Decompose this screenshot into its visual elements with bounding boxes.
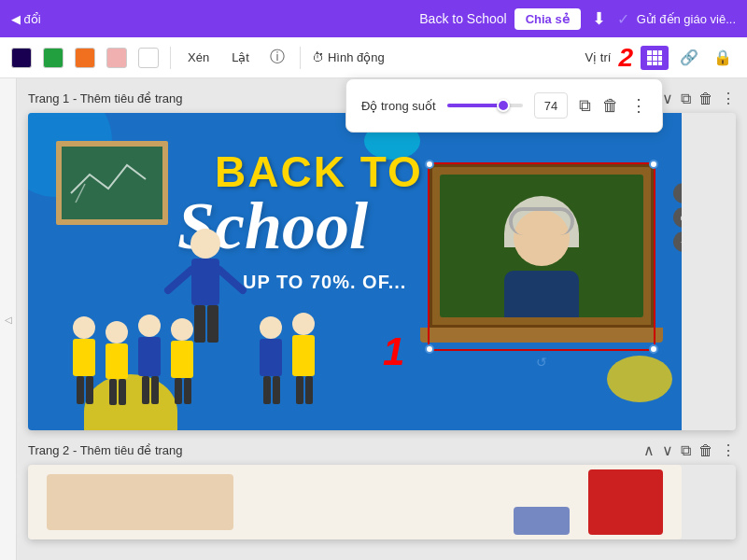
opacity-popup: Độ trong suốt 74 ⧉ 🗑 ⋮ (345, 78, 663, 133)
opacity-delete-button[interactable]: 🗑 (602, 96, 619, 116)
color-swatch-white[interactable] (138, 48, 159, 68)
page-2-actions: ∧ ∨ ⧉ 🗑 ⋮ (643, 441, 736, 459)
svg-rect-39 (305, 376, 313, 404)
svg-point-10 (190, 229, 220, 259)
svg-rect-5 (658, 56, 662, 61)
page-2-delete-button[interactable]: 🗑 (698, 441, 713, 459)
page2-red-element (588, 469, 663, 535)
svg-rect-18 (77, 376, 84, 404)
separator2 (300, 47, 301, 69)
main-area: ◁ Trang 1 - Thêm tiêu đề trang ∧ ∨ ⧉ 🗑 ⋮ (0, 78, 747, 560)
opacity-slider[interactable] (447, 96, 523, 115)
svg-rect-31 (184, 378, 191, 404)
page-2-canvas-wrap[interactable] (28, 465, 736, 539)
svg-rect-0 (647, 50, 652, 55)
handle-tl[interactable] (425, 160, 434, 169)
svg-point-24 (138, 315, 161, 337)
svg-rect-27 (151, 376, 159, 404)
share-button[interactable]: Chia sẻ (514, 8, 581, 30)
link-button[interactable]: 🔗 (676, 47, 702, 68)
svg-rect-7 (653, 62, 657, 65)
page-1-down-button[interactable]: ∨ (662, 90, 673, 107)
rotate-handle[interactable]: ↺ (536, 355, 547, 370)
side-action-2[interactable]: ⊕ (673, 207, 682, 228)
toolbar: Xén Lật ⓘ ⏱ Hình động Vị trí 2 🔗 🔒 (0, 37, 747, 78)
page-1-canvas-wrap[interactable]: BACK TO School UP TO 70%. OF... 3 (28, 113, 736, 430)
color-swatch-green[interactable] (43, 48, 63, 68)
info-button[interactable]: ⓘ (266, 46, 289, 69)
page-1-more-button[interactable]: ⋮ (721, 90, 736, 107)
opacity-more-button[interactable]: ⋮ (630, 95, 647, 116)
download-button[interactable]: ⬇ (588, 5, 610, 33)
lock-button[interactable]: 🔒 (710, 47, 736, 68)
check-icon: ✓ (617, 10, 629, 28)
lat-button[interactable]: Lật (226, 49, 255, 66)
people-svg (47, 216, 364, 412)
handle-tr[interactable] (649, 160, 658, 169)
page2-blue-element (514, 507, 570, 535)
handle-bl[interactable] (425, 344, 434, 354)
grid-button[interactable] (641, 46, 669, 70)
page-1-copy-button[interactable]: ⧉ (681, 90, 691, 107)
color-swatch-pink[interactable] (106, 48, 127, 68)
handle-br[interactable] (649, 344, 658, 354)
svg-rect-34 (263, 376, 271, 404)
animation-button[interactable]: ⏱ Hình động (312, 50, 385, 64)
svg-rect-4 (653, 56, 657, 61)
svg-line-13 (219, 270, 243, 290)
svg-rect-11 (191, 259, 219, 305)
page-1-item: Trang 1 - Thêm tiêu đề trang ∧ ∨ ⧉ 🗑 ⋮ (28, 90, 736, 430)
side-action-1[interactable]: ↑ (673, 183, 682, 203)
selection-border: ↺ (428, 162, 655, 351)
opacity-track (447, 104, 523, 107)
svg-rect-8 (658, 62, 662, 65)
hinh-dong-label: Hình động (328, 50, 385, 64)
page-2-up-button[interactable]: ∧ (643, 441, 655, 459)
send-to-teacher-button[interactable]: Gửi đến giáo viê... (637, 12, 736, 26)
svg-rect-2 (658, 50, 662, 55)
svg-rect-30 (175, 378, 182, 404)
people-illustration (47, 206, 364, 412)
project-title: Back to School (419, 11, 506, 26)
separator (170, 47, 171, 69)
opacity-value[interactable]: 74 (534, 92, 568, 119)
opacity-copy-button[interactable]: ⧉ (579, 96, 591, 116)
back-button[interactable]: ◀ đổi (11, 12, 41, 26)
svg-rect-38 (296, 376, 303, 404)
left-sidebar-handle[interactable]: ◁ (0, 78, 17, 560)
opacity-thumb[interactable] (497, 99, 510, 112)
page-2-header: Trang 2 - Thêm tiêu đề trang ∧ ∨ ⧉ 🗑 ⋮ (28, 441, 736, 459)
color-swatch-dark[interactable] (11, 48, 32, 68)
svg-rect-33 (260, 339, 282, 376)
svg-rect-19 (86, 376, 93, 404)
opacity-fill (447, 104, 503, 107)
svg-point-36 (292, 313, 315, 335)
page-1-delete-button[interactable]: 🗑 (698, 90, 713, 107)
vi-tri-label: Vị trí (585, 50, 612, 64)
svg-rect-15 (207, 305, 218, 343)
side-action-3[interactable]: ✦ (673, 231, 682, 252)
svg-line-12 (168, 270, 191, 290)
svg-rect-3 (647, 56, 652, 61)
page-2-down-button[interactable]: ∨ (662, 441, 673, 459)
svg-rect-29 (171, 341, 193, 378)
side-action-buttons: ↑ ⊕ ✦ (673, 183, 682, 252)
page-2-title: Trang 2 - Thêm tiêu đề trang (28, 443, 643, 457)
page-2-canvas[interactable] (28, 465, 682, 539)
page-2-item: Trang 2 - Thêm tiêu đề trang ∧ ∨ ⧉ 🗑 ⋮ (28, 441, 736, 539)
page-1-canvas[interactable]: BACK TO School UP TO 70%. OF... 3 (28, 113, 682, 430)
svg-rect-14 (194, 305, 205, 343)
xen-button[interactable]: Xén (182, 49, 215, 66)
svg-rect-35 (273, 376, 280, 404)
svg-point-20 (106, 321, 128, 343)
svg-rect-25 (138, 337, 161, 376)
svg-rect-37 (292, 335, 315, 376)
page2-content-area (47, 474, 233, 530)
page-2-more-button[interactable]: ⋮ (721, 441, 736, 459)
laptop-container[interactable]: ↺ ↑ ⊕ ✦ (420, 164, 668, 398)
step-1-badge: 1 (383, 329, 404, 374)
page-2-copy-button[interactable]: ⧉ (681, 441, 691, 459)
svg-rect-6 (647, 62, 652, 65)
color-swatch-orange[interactable] (75, 48, 95, 68)
pages-panel: Trang 1 - Thêm tiêu đề trang ∧ ∨ ⧉ 🗑 ⋮ (17, 78, 747, 560)
